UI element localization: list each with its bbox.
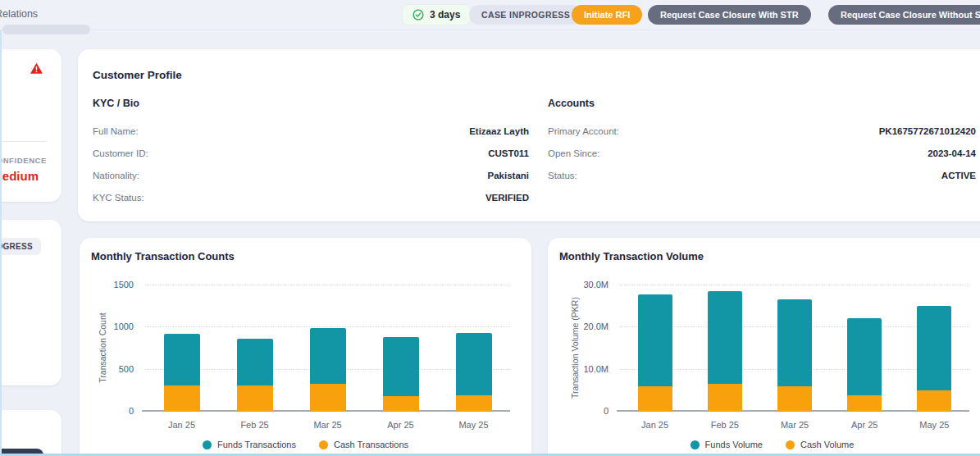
transaction-volume-chart: Transaction Volume (PKR) Funds VolumeCas… [548,238,980,456]
y-tick-label: 10.0M [559,364,609,374]
window-edge-left [0,30,2,456]
request-closure-without-str-button[interactable]: Request Case Closure Without STR [828,5,980,25]
bar-segment[interactable] [383,396,419,411]
bar-segment[interactable] [456,395,492,411]
sidebar-progress-card: INPROGRESS [0,220,62,385]
field-label: Full Name: [93,126,139,136]
chart-legend: Funds VolumeCash Volume [548,440,980,449]
field-row-open-since: Open Since: 2023-04-14 [548,147,976,160]
initiate-rfi-button[interactable]: Initiate RFI [572,5,642,25]
y-tick-label: 0 [84,406,134,416]
field-value: Pakistani [488,171,530,180]
field-row-nationality: Nationality: Pakistani [93,169,529,182]
field-row-kyc-status: KYC Status: VERIFIED [93,191,529,204]
warning-triangle-icon [30,62,43,75]
bar-segment[interactable] [383,337,419,396]
bar-segment[interactable] [917,390,951,411]
bar-segment[interactable] [164,385,200,411]
monthly-transaction-volume-card: Monthly Transaction Volume Transaction V… [548,238,980,456]
legend-item[interactable]: Cash Transactions [319,440,408,449]
x-tick-label: May 25 [901,420,967,430]
legend-dot-icon [786,440,795,449]
legend-dot-icon [319,440,328,449]
x-tick-label: Mar 25 [295,420,361,430]
x-tick-label: May 25 [441,420,507,430]
bar-segment[interactable] [310,384,346,411]
y-axis-title: Transaction Volume (PKR) [570,286,580,409]
field-value: PK1675772671012420 [879,126,976,136]
y-tick-label: 1000 [84,321,134,331]
accounts-heading: Accounts [548,98,595,109]
bar-segment[interactable] [777,386,812,411]
progress-status-badge: INPROGRESS [0,238,41,255]
field-label: Customer ID: [93,148,148,158]
field-label: Status: [548,171,577,180]
request-closure-with-str-button[interactable]: Request Case Closure With STR [648,5,811,25]
bar-segment[interactable] [456,333,492,395]
kyc-bio-heading: KYC / Bio [93,98,139,109]
legend-item[interactable]: Funds Transactions [203,440,296,449]
field-value: CUST011 [488,148,529,158]
y-tick-label: 20.0M [559,321,609,331]
y-axis-title: Transaction Count [98,290,107,405]
field-value: Etizaaz Layth [469,126,529,136]
bar-segment[interactable] [917,306,951,390]
field-label: Nationality: [93,171,139,180]
gridline [620,285,969,285]
field-row-full-name: Full Name: Etizaaz Layth [93,125,529,138]
y-tick-label: 1500 [84,280,134,290]
x-tick-label: Jan 25 [149,420,215,430]
case-status-badge: CASE INPROGRESS [469,5,582,25]
x-tick-label: Apr 25 [832,420,897,430]
legend-label: Funds Transactions [217,440,296,449]
bar-segment[interactable] [847,318,882,395]
legend-item[interactable]: Cash Volume [786,440,854,449]
field-row-primary-account: Primary Account: PK1675772671012420 [548,125,976,138]
divider [0,141,47,142]
y-tick-label: 0 [559,406,609,416]
chart-legend: Funds TransactionsCash Transactions [80,440,531,449]
bar-segment[interactable] [164,334,200,385]
gridline [145,285,510,285]
check-circle-icon [413,9,424,21]
bar-segment[interactable] [708,291,742,384]
legend-dot-icon [691,440,700,449]
bar-segment[interactable] [237,339,273,385]
customer-profile-title: Customer Profile [93,69,182,81]
y-tick-label: 30.0M [559,280,609,290]
bar-segment[interactable] [310,328,346,384]
field-value: ACTIVE [941,171,976,180]
bar-segment[interactable] [237,385,273,411]
sla-days-label: 3 days [430,9,460,21]
legend-dot-icon [203,440,212,449]
bar-segment[interactable] [638,386,672,411]
legend-label: Funds Volume [705,440,763,449]
field-value: VERIFIED [485,193,529,203]
field-label: KYC Status: [93,193,144,203]
breadcrumb[interactable]: Relations [0,8,38,20]
x-tick-label: Apr 25 [368,420,434,430]
field-row-customer-id: Customer ID: CUST011 [93,147,529,160]
monthly-transaction-counts-card: Monthly Transaction Counts Transaction C… [80,238,531,456]
bar-segment[interactable] [847,395,882,411]
y-tick-label: 500 [84,364,134,374]
sidebar-risk-card: CONFIDENCE Medium [0,49,62,202]
x-tick-label: Jan 25 [622,420,688,430]
bar-segment[interactable] [708,384,742,411]
transaction-counts-chart: Transaction Count Funds TransactionsCash… [80,238,531,456]
x-tick-label: Mar 25 [762,420,827,430]
field-value: 2023-04-14 [928,148,976,158]
top-scroll-tab [2,25,90,34]
confidence-label: CONFIDENCE [0,156,47,165]
x-tick-label: Feb 25 [222,420,288,430]
bar-segment[interactable] [638,294,672,386]
gridline [145,326,510,327]
field-label: Primary Account: [548,126,619,136]
sla-days-badge: 3 days [402,4,471,25]
x-tick-label: Feb 25 [692,420,758,430]
bar-segment[interactable] [777,299,812,385]
customer-profile-card: Customer Profile KYC / Bio Full Name: Et… [78,49,980,221]
legend-item[interactable]: Funds Volume [691,440,763,449]
field-label: Open Since: [548,148,599,158]
legend-label: Cash Transactions [334,440,408,449]
